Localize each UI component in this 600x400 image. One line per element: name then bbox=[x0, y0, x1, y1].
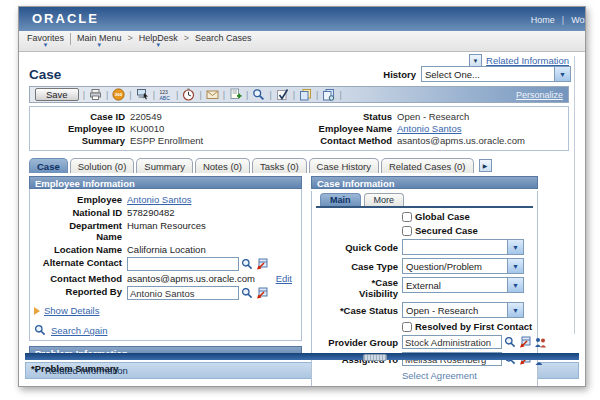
provider-group-members-icon[interactable] bbox=[534, 336, 547, 349]
expand-arrow-icon[interactable] bbox=[34, 307, 40, 315]
secured-case-row: Secured Case bbox=[402, 225, 533, 236]
reported-by-input[interactable] bbox=[127, 286, 239, 300]
edit-link[interactable]: Edit bbox=[276, 273, 292, 284]
alternate-contact-input[interactable] bbox=[127, 257, 239, 271]
breadcrumb-separator: > bbox=[184, 33, 189, 43]
case-status-label: *Case Status bbox=[316, 305, 398, 316]
section-splitter bbox=[25, 353, 579, 360]
detail-transfer-icon[interactable] bbox=[519, 336, 532, 349]
tab-case[interactable]: Case bbox=[29, 158, 68, 173]
lookup-icon[interactable] bbox=[504, 336, 517, 349]
chevron-down-icon[interactable]: ▼ bbox=[507, 240, 523, 254]
copy-url-icon[interactable] bbox=[322, 88, 335, 101]
chevron-down-icon[interactable]: ▼ bbox=[507, 259, 523, 273]
view-360-icon[interactable]: 360 bbox=[112, 88, 125, 101]
form-columns: Employee Information EmployeeAntonio San… bbox=[29, 176, 575, 349]
add-note-icon[interactable] bbox=[229, 88, 242, 101]
employee-name-link[interactable]: Antonio Santos bbox=[397, 123, 461, 134]
quick-code-label: Quick Code bbox=[316, 242, 398, 253]
page-title: Case bbox=[29, 67, 61, 82]
personalize-link[interactable]: Personalize bbox=[516, 90, 563, 100]
chevron-down-icon[interactable]: ▼ bbox=[554, 67, 570, 81]
breadcrumb-current-page: Search Cases bbox=[195, 33, 252, 43]
app-header: ORACLE Home | Worklist bbox=[19, 7, 585, 31]
remote-control-icon[interactable] bbox=[136, 88, 149, 101]
search-icon[interactable] bbox=[34, 324, 47, 337]
chevron-down-icon[interactable]: ▼ bbox=[507, 278, 523, 292]
detail-transfer-icon[interactable] bbox=[256, 258, 269, 271]
app-window: ORACLE Home | Worklist Favorites ▼ Main … bbox=[18, 6, 586, 387]
chevron-down-icon: ▼ bbox=[96, 43, 102, 48]
quick-code-select[interactable]: ▼ bbox=[402, 239, 524, 255]
splitter-grip[interactable] bbox=[363, 354, 387, 361]
employee-name-label: Employee Name bbox=[282, 123, 392, 134]
lookup-icon[interactable] bbox=[241, 287, 254, 300]
resolved-first-contact-checkbox[interactable] bbox=[402, 322, 412, 332]
department-name-value: Human Resources bbox=[127, 220, 206, 231]
oracle-logo: ORACLE bbox=[32, 11, 99, 26]
more-tabs-icon[interactable]: ▶ bbox=[479, 159, 492, 172]
email-icon[interactable] bbox=[206, 88, 219, 101]
secured-case-label: Secured Case bbox=[415, 225, 478, 236]
toolbar-separator: | bbox=[292, 90, 296, 100]
location-name-label: Location Name bbox=[30, 244, 122, 255]
history-select[interactable]: Select One... ▼ bbox=[421, 66, 571, 82]
secured-case-checkbox[interactable] bbox=[402, 226, 412, 236]
clone-case-icon[interactable] bbox=[299, 88, 312, 101]
tab-more[interactable]: More bbox=[364, 193, 405, 206]
case-toolbar: Save | | 360 | | 123ABC | | | | | | | | … bbox=[29, 86, 569, 103]
toolbar-separator: | bbox=[222, 90, 226, 100]
tab-main[interactable]: Main bbox=[320, 193, 361, 206]
case-type-select[interactable]: Question/Problem▼ bbox=[402, 258, 524, 274]
resolved-first-contact-label: Resolved by First Contact bbox=[415, 321, 532, 332]
alternate-contact-label: Alternate Contact bbox=[30, 257, 122, 268]
breadcrumb-favorites[interactable]: Favorites ▼ bbox=[27, 33, 64, 48]
tab-case-history[interactable]: Case History bbox=[309, 158, 379, 173]
svg-text:123: 123 bbox=[160, 89, 169, 95]
home-link[interactable]: Home bbox=[531, 15, 555, 25]
case-information-tabs: Main More bbox=[316, 191, 533, 208]
case-summary-box: Case ID220549 Employee IDKU0010 SummaryE… bbox=[29, 106, 569, 151]
case-tabs: Case Solution (0) Summary Notes (0) Task… bbox=[29, 157, 575, 173]
related-information-toggle[interactable]: ▼ Related Information bbox=[469, 54, 569, 67]
screenshot-stage: ORACLE Home | Worklist Favorites ▼ Main … bbox=[0, 0, 600, 400]
tab-tasks[interactable]: Tasks (0) bbox=[252, 158, 307, 173]
case-visibility-select[interactable]: External▼ bbox=[402, 277, 524, 293]
chevron-down-icon: ▼ bbox=[155, 43, 161, 48]
breadcrumb-main-menu[interactable]: Main Menu ▼ bbox=[77, 33, 122, 48]
tab-summary[interactable]: Summary bbox=[136, 158, 193, 173]
toolbar-separator: | bbox=[128, 90, 132, 100]
toolbar-separator: | bbox=[198, 90, 202, 100]
chevron-down-icon[interactable]: ▼ bbox=[507, 303, 523, 317]
print-icon[interactable] bbox=[89, 88, 102, 101]
toolbar-separator: | bbox=[152, 90, 156, 100]
contact-method-value: asantos@apms.us.oracle.com bbox=[127, 273, 255, 284]
case-status-select[interactable]: Open - Research▼ bbox=[402, 302, 524, 318]
worklist-link[interactable]: Worklist bbox=[571, 15, 585, 25]
tab-related-cases[interactable]: Related Cases (0) bbox=[381, 158, 474, 173]
select-agreement-link[interactable]: Select Agreement bbox=[402, 370, 477, 381]
toolbar-separator: | bbox=[315, 90, 319, 100]
provider-group-input[interactable] bbox=[402, 335, 502, 349]
spell-check-icon[interactable]: 123ABC bbox=[159, 88, 172, 101]
save-button[interactable]: Save bbox=[35, 88, 79, 101]
stopwatch-icon[interactable] bbox=[182, 88, 195, 101]
lookup-icon[interactable] bbox=[241, 258, 254, 271]
global-case-checkbox[interactable] bbox=[402, 212, 412, 222]
employee-id-value: KU0010 bbox=[130, 123, 164, 134]
task-check-icon[interactable] bbox=[276, 88, 289, 101]
employee-label: Employee bbox=[30, 194, 122, 205]
breadcrumb-helpdesk[interactable]: HelpDesk ▼ bbox=[139, 33, 178, 48]
detail-transfer-icon[interactable] bbox=[256, 287, 269, 300]
related-information-link[interactable]: Related Information bbox=[486, 55, 569, 66]
search-again-link[interactable]: Search Again bbox=[51, 325, 108, 336]
employee-link[interactable]: Antonio Santos bbox=[127, 194, 191, 205]
collapse-icon[interactable]: ▼ bbox=[469, 54, 482, 67]
collapse-triangle-icon[interactable]: ▼ bbox=[33, 367, 40, 374]
search-icon[interactable] bbox=[252, 88, 265, 101]
tab-solution[interactable]: Solution (0) bbox=[70, 158, 135, 173]
tab-notes[interactable]: Notes (0) bbox=[195, 158, 250, 173]
employee-id-label: Employee ID bbox=[30, 123, 125, 134]
show-details-link[interactable]: Show Details bbox=[44, 305, 99, 316]
page-content: ▼ Related Information Case History Selec… bbox=[19, 52, 585, 387]
